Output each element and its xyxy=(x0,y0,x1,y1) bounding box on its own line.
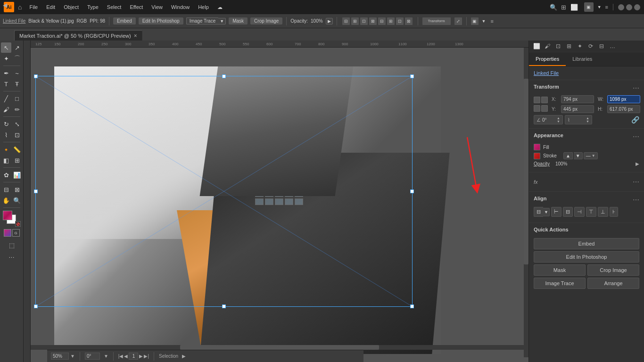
panel-icon-7[interactable]: ⊟ xyxy=(597,41,606,51)
align-icon-7[interactable]: ⊡ xyxy=(396,17,404,25)
align-right-btn[interactable]: ⊣ xyxy=(574,207,585,217)
scale-tool[interactable]: ⤡ xyxy=(12,119,22,129)
fx-more-icon[interactable]: ⋯ xyxy=(633,178,639,186)
align-icon-3[interactable]: ⊡ xyxy=(360,17,368,25)
menu-effect[interactable]: Effect xyxy=(126,3,147,12)
align-more-icon[interactable]: ⋯ xyxy=(633,196,639,204)
panel-arrange-icon[interactable]: ▣ xyxy=(471,17,479,25)
align-icon-4[interactable]: ⊠ xyxy=(369,17,377,25)
vertical-scrollbar[interactable] xyxy=(524,48,528,357)
column-graph-tool[interactable]: 📊 xyxy=(12,170,22,180)
menu-file[interactable]: File xyxy=(25,3,41,12)
menu-edit[interactable]: Edit xyxy=(42,3,59,12)
stroke-color-swatch[interactable] xyxy=(534,153,540,159)
panel-icon-3[interactable]: ⊡ xyxy=(553,41,563,51)
menu-type[interactable]: Type xyxy=(83,3,102,12)
opacity-expand-arrow[interactable]: ▶ xyxy=(636,161,639,166)
align-to-button[interactable]: ⊟ xyxy=(534,207,543,217)
qa-crop-button[interactable]: Crop Image xyxy=(587,264,639,276)
paintbrush-tool[interactable]: 🖌 xyxy=(1,104,11,115)
document-tab[interactable]: Market Traction.ai* @ 50 % (RGB/CPU Prev… xyxy=(14,30,142,41)
align-top-btn[interactable]: ⊤ xyxy=(586,207,596,217)
h-input[interactable] xyxy=(607,105,640,113)
measure-tool[interactable]: 📏 xyxy=(12,144,22,155)
align-center-v-btn[interactable]: ⊥ xyxy=(598,207,608,217)
align-left-btn[interactable]: ⊢ xyxy=(551,207,561,217)
grid-icon-4[interactable] xyxy=(541,105,548,112)
menu-select[interactable]: Select xyxy=(103,3,125,12)
align-icon-6[interactable]: ⊞ xyxy=(387,17,395,25)
proportional-link-icon[interactable]: 🔗 xyxy=(631,116,639,123)
qa-embed-button[interactable]: Embed xyxy=(534,238,639,249)
transform-icon-extra[interactable]: ⤢ xyxy=(454,17,462,25)
mask-button[interactable]: Mask xyxy=(229,17,248,25)
angle-input[interactable] xyxy=(85,353,100,360)
menu-window[interactable]: Window xyxy=(167,3,193,12)
last-page-button[interactable]: ▶| xyxy=(144,354,149,359)
shear-input[interactable] xyxy=(571,117,585,123)
canvas-content[interactable] xyxy=(31,48,528,362)
close-button[interactable] xyxy=(634,4,640,10)
align-to-arrow-btn[interactable]: ▼ xyxy=(543,208,550,216)
align-bottom-btn[interactable]: ⊦ xyxy=(610,207,618,217)
fill-swatch[interactable] xyxy=(3,211,12,220)
rotation-up-btn[interactable]: ▲ xyxy=(557,116,560,120)
free-transform-tool[interactable]: ⊡ xyxy=(12,130,22,140)
eyedropper-tool[interactable]: 🔸 xyxy=(1,144,11,155)
touch-type-tool[interactable]: Ŧ xyxy=(12,79,22,89)
shear-up-btn[interactable]: ▲ xyxy=(586,116,589,120)
qa-arrange-button[interactable]: Arrange xyxy=(587,278,639,289)
qa-image-trace-button[interactable]: Image Trace xyxy=(534,278,586,289)
slice-tool[interactable]: ⊠ xyxy=(12,184,22,195)
menu-view[interactable]: View xyxy=(148,3,166,12)
panel-collapse-btn[interactable]: ◀ xyxy=(3,2,7,8)
expand-icon[interactable]: ▼ xyxy=(597,5,602,9)
arrange-icon[interactable]: ▣ xyxy=(584,2,594,12)
w-input[interactable] xyxy=(607,95,640,103)
align-icon-8[interactable]: ⊠ xyxy=(405,17,413,25)
layout-grid-icon[interactable]: ⊞ xyxy=(560,3,568,11)
minimize-button[interactable] xyxy=(618,4,624,10)
panel-icon-1[interactable]: ⬜ xyxy=(532,41,541,51)
angle-dropdown-arrow[interactable]: ▼ xyxy=(104,354,108,359)
arrange-arrow[interactable]: ▼ xyxy=(482,19,486,24)
grid-icon-1[interactable] xyxy=(534,97,540,103)
properties-tab[interactable]: Properties xyxy=(529,52,566,66)
edit-photoshop-button[interactable]: Edit In Photoshop xyxy=(139,17,183,25)
crop-button[interactable]: Crop Image xyxy=(250,17,282,25)
type-tool[interactable]: T xyxy=(1,79,11,89)
horizontal-scroll-thumb[interactable] xyxy=(180,345,379,350)
none-icon[interactable]: ⊘ xyxy=(15,221,21,227)
color-icon[interactable] xyxy=(4,229,11,237)
embed-button[interactable]: Embed xyxy=(113,17,136,25)
search-icon[interactable]: 🔍 xyxy=(549,3,558,11)
warp-tool[interactable]: ⌇ xyxy=(1,130,11,140)
y-input[interactable] xyxy=(561,105,594,113)
restore-button[interactable] xyxy=(626,4,632,10)
rotation-down-btn[interactable]: ▼ xyxy=(557,120,560,123)
curvature-tool[interactable]: ~ xyxy=(12,68,22,78)
image-trace-arrow[interactable]: ▼ xyxy=(218,18,226,25)
menu-cloud[interactable]: ☁ xyxy=(214,3,226,12)
more-tools[interactable]: … xyxy=(7,250,17,261)
transform-button[interactable]: Transform xyxy=(422,17,451,25)
artboard-tool[interactable]: ⊟ xyxy=(1,184,11,195)
zoom-input[interactable] xyxy=(51,353,69,360)
vertical-scroll-thumb[interactable] xyxy=(524,79,528,264)
select-tool[interactable]: ↖ xyxy=(1,42,11,53)
hamburger-icon[interactable]: ≡ xyxy=(605,4,608,10)
zoom-dropdown-arrow[interactable]: ▼ xyxy=(70,354,75,359)
qa-mask-button[interactable]: Mask xyxy=(534,264,586,276)
magic-wand-tool[interactable]: ✦ xyxy=(1,53,11,64)
linked-file-link[interactable]: Linked File xyxy=(534,70,559,76)
first-page-button[interactable]: |◀ xyxy=(118,354,124,359)
panel-icon-6[interactable]: ⟳ xyxy=(586,41,595,51)
linked-file-label[interactable]: Linked File xyxy=(3,18,25,24)
pencil-tool[interactable]: ✏ xyxy=(12,104,22,115)
mesh-tool[interactable]: ⊞ xyxy=(12,155,22,165)
fill-color-swatch[interactable] xyxy=(534,144,540,150)
grid-icon-3[interactable] xyxy=(534,105,540,112)
rotate-tool[interactable]: ↻ xyxy=(1,119,11,129)
menu-help[interactable]: Help xyxy=(194,3,213,12)
opacity-link-label[interactable]: Opacity xyxy=(534,161,550,166)
